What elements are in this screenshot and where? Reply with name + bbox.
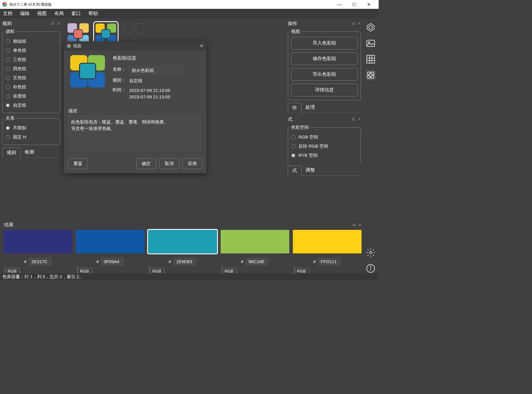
svg-marker-1 [369,25,372,29]
menu-window[interactable]: 窗口 [71,11,81,17]
export-button[interactable]: 导出色彩组 [291,68,358,81]
close-panel-icon[interactable]: ✕ [358,117,361,122]
swatch-col-2: #RGB [148,230,217,273]
menu-help[interactable]: 帮助 [88,11,98,17]
space-option-0[interactable]: RGB 空间 [291,133,358,142]
rule-label: 规则： [113,78,129,83]
right-tabs-bot: 式 调整 [288,165,361,176]
hex-input[interactable] [29,258,52,266]
relation-option-1[interactable]: 固定 H [6,133,57,142]
menu-view[interactable]: 视图 [37,11,47,17]
swatch[interactable] [76,230,145,253]
svg-point-14 [370,251,372,254]
hash-label: # [24,259,26,264]
harmony-option-3[interactable]: 四色组 [6,64,57,73]
time-value: 2023-07-09 21:13:052023-07-09 21:13:05 [129,87,170,100]
space-option-1[interactable]: 反转 RGB 空间 [291,142,358,151]
info-dialog: 信息 ✕ 色彩组信息 名称： 规则： 自定组 [64,41,206,173]
detail-button[interactable]: 详情信息 [291,84,358,96]
window-title: 焰火十二卷 v2.8.35-预览版 [9,2,335,7]
results-title: 结果 [4,222,14,228]
tab-mode[interactable]: 式 [288,166,301,176]
rgb-label: RGB [6,268,20,273]
board-icon[interactable] [366,70,376,80]
close-panel-icon[interactable]: ✕ [358,223,362,228]
toolbar-right [363,18,379,273]
harmony-option-1[interactable]: 单色组 [6,46,57,55]
menu-layout[interactable]: 布局 [54,11,64,17]
desc-textarea[interactable] [68,116,202,151]
relation-option-label: 固定 H [13,134,26,140]
undock-icon[interactable]: ⧉ [352,117,355,122]
settings-icon[interactable] [366,248,376,258]
left-tabs: 规则 检测 [2,147,60,158]
dialog-close-button[interactable]: ✕ [200,43,203,49]
harmony-option-label: 补色组 [13,84,26,90]
swatch[interactable] [221,230,289,253]
hex-input[interactable] [318,258,341,266]
dialog-title: 信息 [73,43,200,49]
relation-group: 关系 不限制固定 H [2,116,60,145]
apply-button[interactable]: 应用 [182,158,202,169]
tab-process[interactable]: 处理 [301,103,319,113]
reset-button[interactable]: 重置 [68,158,88,169]
info-heading: 色彩组信息 [113,55,202,61]
harmony-option-5[interactable]: 补色组 [6,83,57,92]
harmony-group: 调和 相似组单色组三色组四色组五色组补色组浓度组自定组 [2,29,60,113]
hex-input[interactable] [246,258,269,266]
undock-icon[interactable]: ⧉ [51,21,54,26]
time-label: 时间： [113,87,129,93]
tab-rules[interactable]: 规则 [2,148,21,158]
import-button[interactable]: 导入色彩组 [291,37,358,50]
harmony-option-6[interactable]: 浓度组 [6,92,57,101]
hex-input[interactable] [173,258,196,266]
menubar: 文档 编辑 视图 布局 窗口 帮助 [0,9,379,18]
tab-detect[interactable]: 检测 [21,147,38,157]
relation-option-0[interactable]: 不限制 [6,123,57,133]
titlebar: 焰火十二卷 v2.8.35-预览版 — ☐ ✕ [0,0,379,9]
tab-adjust[interactable]: 调整 [301,165,319,175]
minimize-button[interactable]: — [335,2,344,7]
swatch[interactable] [148,230,217,253]
menu-file[interactable]: 文档 [3,11,12,17]
undock-icon[interactable]: ⧉ [352,21,355,26]
harmony-option-label: 四色组 [13,66,26,72]
swatch[interactable] [293,230,362,253]
space-option-2[interactable]: RYB 空间 [291,151,358,160]
dialog-logo [68,55,107,88]
ok-button[interactable]: 确定 [136,158,156,169]
image-icon[interactable] [366,38,376,48]
harmony-option-0[interactable]: 相似组 [6,37,57,46]
hash-label: # [169,259,171,264]
save-button[interactable]: 储存色彩组 [291,52,358,65]
tab-ops[interactable]: 作 [288,103,301,113]
radio-icon [6,135,10,139]
colorspace-legend: 色彩空间 [290,125,310,130]
radio-icon [6,39,10,44]
undock-icon[interactable]: ⧉ [353,223,355,228]
menu-edit[interactable]: 编辑 [20,11,29,17]
harmony-option-2[interactable]: 三色组 [6,55,57,64]
radio-icon [6,57,10,62]
hash-label: # [96,259,99,264]
close-panel-icon[interactable]: ✕ [358,21,361,26]
svg-point-13 [369,74,372,77]
harmony-option-7[interactable]: 自定组 [6,101,57,110]
mode-panel-title: 式 [288,116,352,123]
hex-input[interactable] [101,258,124,266]
hash-label: # [241,259,243,264]
grid-icon[interactable] [366,54,376,64]
swatch-col-1: #RGB [76,230,145,273]
name-input[interactable] [129,67,182,75]
info-icon[interactable] [366,263,376,273]
results-panel: 结果 ⧉✕ #RGB#RGB#RGB#RGB#RGB [2,221,363,273]
close-panel-icon[interactable]: ✕ [57,21,60,26]
harmony-option-4[interactable]: 五色组 [6,73,57,83]
view-group: 视图 导入色彩组 储存色彩组 导出色彩组 详情信息 [288,29,361,100]
swatch[interactable] [4,230,72,253]
maximize-button[interactable]: ☐ [350,2,359,7]
cancel-button[interactable]: 取消 [159,158,179,169]
wheel-icon[interactable] [366,22,376,32]
radio-icon [6,94,10,98]
close-button[interactable]: ✕ [364,2,373,7]
